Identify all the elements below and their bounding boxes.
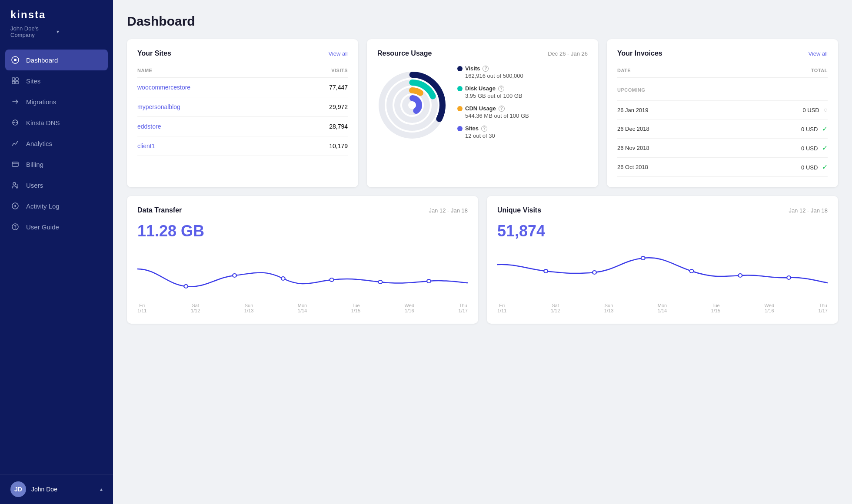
resource-item-disk: Disk Usage ? 3.95 GB out of 100 GB	[457, 85, 588, 99]
invoices-table: DATE TOTAL UPCOMING 26 Jan 2019 0 USD ○ …	[617, 65, 828, 177]
unique-visits-xaxis: Fri1/11Sat1/12Sun1/13Mon1/14Tue1/15Wed1/…	[497, 303, 828, 313]
svg-point-27	[592, 271, 596, 274]
sidebar-item-sites[interactable]: Sites	[0, 70, 113, 91]
sites-icon	[10, 76, 20, 86]
company-selector[interactable]: John Doe's Company ▾	[0, 23, 113, 46]
migrations-icon	[10, 97, 20, 106]
avatar: JD	[10, 481, 26, 497]
main-content: Dashboard Your Sites View all NAME VISIT…	[113, 0, 852, 504]
site-visits-cell: 10,179	[293, 136, 348, 156]
sidebar-item-migrations[interactable]: Migrations	[0, 91, 113, 112]
resource-value-visits: 162,916 out of 500,000	[465, 73, 588, 79]
resource-usage-date: Dec 26 - Jan 26	[548, 50, 588, 57]
invoice-row: 26 Jan 2019 0 USD ○	[617, 101, 828, 119]
sidebar-item-billing-label: Billing	[26, 161, 43, 168]
invoices-col-date: DATE	[617, 65, 732, 78]
table-row: woocommercestore 77,447	[137, 78, 348, 97]
resource-help-disk[interactable]: ?	[498, 86, 504, 92]
sidebar-item-user-guide[interactable]: ? User Guide	[0, 216, 113, 237]
sidebar-item-user-guide-label: User Guide	[26, 223, 59, 231]
site-visits-cell: 29,972	[293, 97, 348, 117]
invoice-date-cell: 26 Jan 2019	[617, 101, 732, 119]
chart-x-label: Sat1/12	[191, 303, 200, 313]
your-sites-card: Your Sites View all NAME VISITS woocomme…	[127, 39, 358, 187]
chart-x-label: Fri1/11	[137, 303, 146, 313]
svg-point-9	[14, 205, 16, 207]
sites-col-name: NAME	[137, 65, 293, 78]
table-row: mypersonalblog 29,972	[137, 97, 348, 117]
svg-point-21	[233, 274, 236, 277]
paid-icon: ✓	[822, 144, 828, 152]
user-profile[interactable]: JD John Doe ▴	[0, 474, 113, 504]
site-visits-cell: 77,447	[293, 78, 348, 97]
site-link[interactable]: client1	[137, 143, 155, 149]
svg-point-31	[787, 276, 791, 279]
analytics-icon	[10, 139, 20, 148]
invoice-total-cell: 0 USD ✓	[732, 158, 828, 177]
site-visits-cell: 28,794	[293, 117, 348, 136]
chart-x-label: Sun1/13	[604, 303, 613, 313]
sidebar: kinsta John Doe's Company ▾ Dashboard Si…	[0, 0, 113, 504]
site-link[interactable]: mypersonalblog	[137, 103, 180, 110]
activity-log-icon	[10, 201, 20, 211]
resource-help-visits[interactable]: ?	[483, 66, 489, 72]
your-sites-view-all-link[interactable]: View all	[328, 50, 348, 57]
paid-icon: ✓	[822, 125, 828, 133]
resource-item-sites: Sites ? 12 out of 30	[457, 125, 588, 139]
resource-legend: Visits ? 162,916 out of 500,000 Disk Usa…	[457, 65, 588, 145]
resource-usage-card: Resource Usage Dec 26 - Jan 26	[367, 39, 598, 187]
site-name-cell: eddstore	[137, 117, 293, 136]
chart-x-label: Thu1/17	[819, 303, 828, 313]
sidebar-item-kinsta-dns-label: Kinsta DNS	[26, 119, 60, 126]
invoice-row: 26 Oct 2018 0 USD ✓	[617, 158, 828, 177]
company-name: John Doe's Company	[10, 25, 57, 38]
invoice-total-cell: 0 USD ✓	[732, 119, 828, 139]
site-link[interactable]: woocommercestore	[137, 84, 190, 91]
page-title: Dashboard	[127, 14, 838, 29]
sidebar-item-analytics-label: Analytics	[26, 140, 52, 147]
resource-value-sites: 12 out of 30	[465, 133, 588, 139]
data-transfer-date: Jan 12 - Jan 18	[429, 207, 468, 214]
svg-rect-5	[16, 81, 18, 84]
sidebar-item-migrations-label: Migrations	[26, 98, 56, 106]
unique-visits-chart	[497, 247, 828, 299]
svg-point-29	[690, 269, 694, 273]
sidebar-item-billing[interactable]: Billing	[0, 154, 113, 175]
invoice-date-cell: 26 Dec 2018	[617, 119, 732, 139]
svg-rect-6	[12, 162, 18, 166]
chart-x-label: Sat1/12	[551, 303, 560, 313]
table-row: client1 10,179	[137, 136, 348, 156]
resource-item-cdn: CDN Usage ? 544.36 MB out of 100 GB	[457, 105, 588, 119]
svg-point-25	[427, 279, 431, 283]
upcoming-label: UPCOMING	[617, 78, 828, 101]
sidebar-item-dashboard[interactable]: Dashboard	[5, 50, 108, 70]
sidebar-item-activity-log[interactable]: Activity Log	[0, 196, 113, 216]
your-sites-title: Your Sites	[137, 50, 171, 57]
svg-point-23	[330, 278, 334, 282]
svg-point-1	[14, 59, 17, 61]
resource-label-disk: Disk Usage ?	[457, 85, 588, 92]
unique-visits-card: Unique Visits Jan 12 - Jan 18 51,874 Fri…	[487, 196, 838, 324]
svg-point-26	[544, 269, 548, 273]
chart-x-label: Wed1/16	[405, 303, 414, 313]
svg-point-28	[641, 256, 645, 260]
company-chevron-icon: ▾	[57, 29, 103, 35]
resource-help-sites[interactable]: ?	[481, 126, 487, 132]
unique-visits-value: 51,874	[497, 222, 828, 240]
resource-label-cdn: CDN Usage ?	[457, 105, 588, 112]
invoices-view-all-link[interactable]: View all	[808, 50, 828, 57]
pending-icon: ○	[823, 106, 828, 113]
chart-x-label: Mon1/14	[658, 303, 667, 313]
chart-x-label: Mon1/14	[298, 303, 307, 313]
resource-help-cdn[interactable]: ?	[499, 106, 505, 112]
resource-label-visits: Visits ?	[457, 65, 588, 72]
sidebar-item-kinsta-dns[interactable]: Kinsta DNS	[0, 112, 113, 133]
site-name-cell: woocommercestore	[137, 78, 293, 97]
sidebar-item-users[interactable]: Users	[0, 175, 113, 196]
site-link[interactable]: eddstore	[137, 123, 161, 130]
resource-dot-sites	[457, 126, 463, 131]
resource-value-disk: 3.95 GB out of 100 GB	[465, 93, 588, 99]
resource-item-visits: Visits ? 162,916 out of 500,000	[457, 65, 588, 79]
sidebar-item-analytics[interactable]: Analytics	[0, 133, 113, 154]
chart-x-label: Thu1/17	[459, 303, 468, 313]
